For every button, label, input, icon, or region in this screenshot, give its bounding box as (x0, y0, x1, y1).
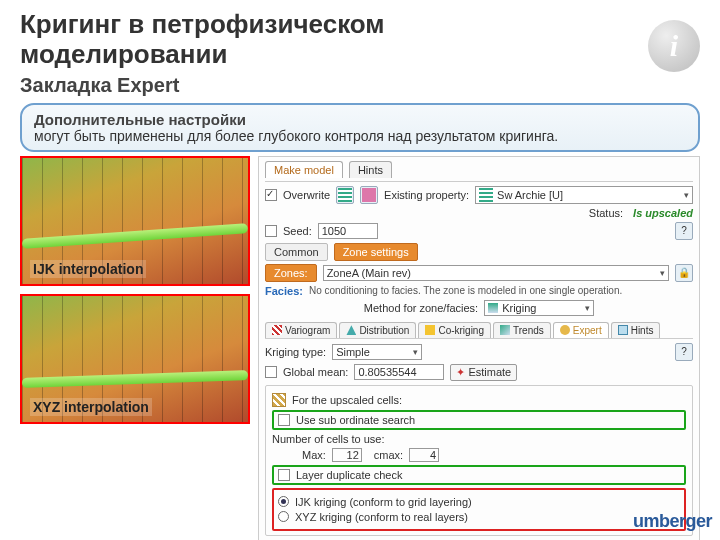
existing-property-label: Existing property: (384, 189, 469, 201)
callout-heading: Дополнительные настройки (34, 111, 686, 128)
zone-lock-button[interactable]: 🔒 (675, 264, 693, 282)
global-mean-label: Global mean: (283, 366, 348, 378)
max-input[interactable]: 12 (332, 448, 362, 462)
title-line2: моделировании (20, 39, 227, 69)
seed-field[interactable]: 1050 (318, 223, 378, 239)
layer-dup-label: Layer duplicate check (296, 469, 402, 481)
overwrite-label: Overwrite (283, 189, 330, 201)
figure-ijk-label: IJK interpolation (30, 260, 146, 278)
figure-xyz: XYZ interpolation (20, 294, 250, 424)
slide-title: Кригинг в петрофизическом моделировании (20, 10, 700, 70)
info-icon: i (648, 20, 700, 72)
kriging-type-value: Simple (336, 346, 370, 358)
layer-dup-checkbox[interactable] (278, 469, 290, 481)
zone-dropdown[interactable]: ZoneA (Main rev) (323, 265, 669, 281)
method-value: Kriging (502, 302, 536, 314)
method-label: Method for zone/facies: (364, 302, 478, 314)
subtab-distribution[interactable]: Distribution (339, 322, 416, 338)
kriging-type-dropdown[interactable]: Simple (332, 344, 422, 360)
cokriging-icon (425, 325, 435, 335)
seed-help-button[interactable]: ? (675, 222, 693, 240)
figures-column: IJK interpolation XYZ interpolation (20, 156, 250, 540)
property-icon (479, 188, 493, 202)
method-dropdown[interactable]: Kriging (484, 300, 594, 316)
callout-body: могут быть применены для более глубокого… (34, 128, 686, 144)
kriging-help-button[interactable]: ? (675, 343, 693, 361)
overwrite-checkbox[interactable] (265, 189, 277, 201)
seed-label: Seed: (283, 225, 312, 237)
subtab-hints[interactable]: Hints (611, 322, 661, 338)
existing-property-dropdown[interactable]: Sw Archie [U] (475, 186, 693, 204)
title-line1: Кригинг в петрофизическом (20, 9, 385, 39)
subtab-expert[interactable]: Expert (553, 322, 609, 338)
distribution-icon (346, 325, 356, 335)
hints-icon (618, 325, 628, 335)
expert-icon (560, 325, 570, 335)
grid-icon-button[interactable] (336, 186, 354, 204)
sub-search-checkbox[interactable] (278, 414, 290, 426)
estimate-button[interactable]: ✦Estimate (450, 364, 517, 381)
seed-checkbox[interactable] (265, 225, 277, 237)
kriging-type-label: Kriging type: (265, 346, 326, 358)
common-button[interactable]: Common (265, 243, 328, 261)
ijk-kriging-label: IJK kriging (conform to grid layering) (295, 496, 472, 508)
figure-ijk: IJK interpolation (20, 156, 250, 286)
num-cells-label: Number of cells to use: (272, 433, 385, 445)
brand-logo: umberger (633, 511, 712, 532)
subtab-cokriging[interactable]: Co-kriging (418, 322, 491, 338)
cells-icon (272, 393, 286, 407)
subtab-trends[interactable]: Trends (493, 322, 551, 338)
global-mean-checkbox[interactable] (265, 366, 277, 378)
variogram-icon (272, 325, 282, 335)
callout-box: Дополнительные настройки могут быть прим… (20, 103, 700, 152)
zone-value: ZoneA (Main rev) (327, 267, 411, 279)
edit-icon-button[interactable] (360, 186, 378, 204)
upscaled-cells-group: For the upscaled cells: Use sub ordinate… (265, 385, 693, 536)
global-mean-field[interactable]: 0.80535544 (354, 364, 444, 380)
tab-hints-top[interactable]: Hints (349, 161, 392, 178)
facies-note: No conditioning to facies. The zone is m… (309, 285, 622, 296)
figure-xyz-label: XYZ interpolation (30, 398, 152, 416)
max-label: Max: (302, 449, 326, 461)
status-label: Status: (589, 207, 623, 219)
xyz-kriging-radio[interactable] (278, 511, 289, 522)
for-upscaled-label: For the upscaled cells: (292, 394, 402, 406)
zone-settings-button[interactable]: Zone settings (334, 243, 418, 261)
cmax-input[interactable]: 4 (409, 448, 439, 462)
subtab-variogram[interactable]: Variogram (265, 322, 337, 338)
cmax-label: cmax: (374, 449, 403, 461)
kriging-icon (488, 303, 498, 313)
slide-subtitle: Закладка Expert (20, 74, 700, 97)
existing-property-value: Sw Archie [U] (497, 189, 563, 201)
xyz-kriging-label: XYZ kriging (conform to real layers) (295, 511, 468, 523)
zones-label-button[interactable]: Zones: (265, 264, 317, 282)
sub-search-label: Use sub ordinate search (296, 414, 415, 426)
status-value: Is upscaled (633, 207, 693, 219)
ijk-kriging-radio[interactable] (278, 496, 289, 507)
settings-panel: Make model Hints Overwrite Existing prop… (258, 156, 700, 540)
trends-icon (500, 325, 510, 335)
facies-label: Facies: (265, 285, 303, 297)
tab-make-model[interactable]: Make model (265, 161, 343, 178)
